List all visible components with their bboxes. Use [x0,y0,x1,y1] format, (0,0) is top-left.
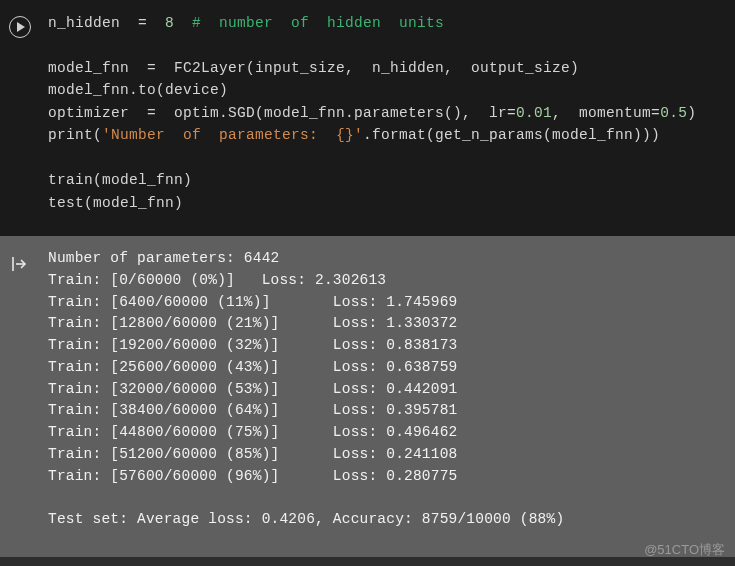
code-token [174,15,192,31]
output-line: Number of parameters: 6442 [48,250,279,266]
play-icon [16,22,25,32]
code-token: print( [48,127,102,143]
output-line: Train: [38400/60000 (64%)] Loss: 0.39578… [48,402,457,418]
output-line: Train: [19200/60000 (32%)] Loss: 0.83817… [48,337,457,353]
code-token: 0.5 [660,105,687,121]
output-line: Train: [32000/60000 (53%)] Loss: 0.44209… [48,381,457,397]
output-line: Train: [44800/60000 (75%)] Loss: 0.49646… [48,424,457,440]
code-editor[interactable]: n_hidden = 8 # number of hidden units mo… [40,6,704,220]
code-token: 0.01 [516,105,552,121]
output-expand-button[interactable] [11,256,29,272]
code-token: train(model_fnn) [48,172,192,188]
code-token: , momentum= [552,105,660,121]
code-comment: # number of hidden units [192,15,444,31]
code-token: = [129,105,174,121]
output-line: Train: [25600/60000 (43%)] Loss: 0.63875… [48,359,457,375]
code-token: model_fnn [48,60,129,76]
code-token: optimizer [48,105,129,121]
code-token: = [129,60,174,76]
code-token: model_fnn.to(device) [48,82,228,98]
run-cell-button[interactable] [9,16,31,38]
code-token: FC2Layer(input_size, n_hidden, output_si… [174,60,579,76]
code-token: n_hidden [48,15,120,31]
output-line: Train: [6400/60000 (11%)] Loss: 1.745969 [48,294,457,310]
code-token: test(model_fnn) [48,195,183,211]
code-gutter [0,6,40,38]
watermark: @51CTO博客 [644,540,725,560]
code-token: .format(get_n_params(model_fnn))) [363,127,660,143]
code-token: = [120,15,165,31]
output-line: Train: [51200/60000 (85%)] Loss: 0.24110… [48,446,457,462]
output-line: Test set: Average loss: 0.4206, Accuracy… [48,511,564,527]
output-text: Number of parameters: 6442 Train: [0/600… [40,246,572,533]
output-gutter [0,246,40,272]
svg-marker-0 [17,22,25,32]
bracket-arrow-icon [11,256,29,272]
output-line: Train: [12800/60000 (21%)] Loss: 1.33037… [48,315,457,331]
code-token: 8 [165,15,174,31]
output-line: Train: [57600/60000 (96%)] Loss: 0.28077… [48,468,457,484]
code-cell: n_hidden = 8 # number of hidden units mo… [0,0,735,236]
code-token: ) [687,105,696,121]
code-string: 'Number of parameters: {}' [102,127,363,143]
code-token: optim.SGD(model_fnn.parameters(), lr= [174,105,516,121]
output-line: Train: [0/60000 (0%)] Loss: 2.302613 [48,272,386,288]
output-cell: Number of parameters: 6442 Train: [0/600… [0,236,735,557]
